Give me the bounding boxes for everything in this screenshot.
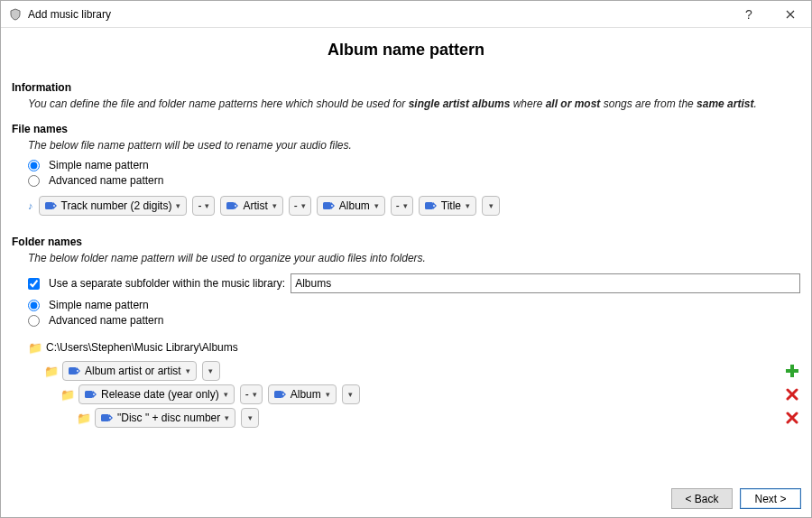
next-button[interactable]: Next > — [740, 488, 801, 509]
add-token-dropdown[interactable]: ▾ — [342, 384, 360, 404]
svg-point-7 — [433, 205, 435, 207]
add-level-button[interactable] — [784, 363, 800, 379]
tree-level-1: 📁 Album artist or artist ▾ ▾ — [28, 359, 800, 383]
info-text-1: You can define the file and folder name … — [28, 97, 409, 110]
back-button[interactable]: < Back — [671, 488, 733, 509]
subfolder-checkbox[interactable] — [28, 278, 40, 290]
chevron-down-icon: ▾ — [489, 201, 494, 210]
folder-icon: 📁 — [60, 388, 73, 402]
token-album[interactable]: Album ▾ — [317, 196, 385, 216]
svg-rect-12 — [85, 391, 93, 398]
file-advanced-pattern-radio[interactable]: Advanced name pattern — [28, 174, 800, 187]
token-album-artist[interactable]: Album artist or artist ▾ — [62, 361, 197, 381]
subfolder-label: Use a separate subfolder within the musi… — [49, 277, 285, 290]
chevron-down-icon: ▾ — [326, 390, 330, 399]
help-button[interactable]: ? — [728, 1, 770, 28]
folder-icon: 📁 — [28, 341, 41, 355]
chevron-down-icon: ▾ — [403, 201, 408, 210]
svg-rect-14 — [274, 391, 282, 398]
tag-icon — [323, 201, 335, 210]
close-button[interactable] — [770, 1, 811, 28]
chevron-down-icon: ▾ — [253, 390, 257, 399]
chevron-down-icon: ▾ — [224, 390, 228, 399]
tag-icon — [226, 201, 238, 210]
subfolder-row: Use a separate subfolder within the musi… — [28, 273, 800, 293]
token-track-number[interactable]: Track number (2 digits) ▾ — [39, 196, 188, 216]
token-label: Release date (year only) — [101, 388, 219, 401]
chevron-down-icon: ▾ — [348, 390, 353, 399]
folder-advanced-label: Advanced name pattern — [49, 314, 163, 327]
file-advanced-radio-input[interactable] — [28, 175, 40, 187]
svg-rect-0 — [45, 202, 53, 209]
tag-icon — [45, 201, 57, 210]
svg-rect-8 — [69, 367, 77, 375]
info-text-2: where — [510, 97, 545, 110]
svg-rect-4 — [323, 202, 331, 209]
token-label: Album — [291, 388, 321, 401]
info-bold-2: all or most — [546, 97, 601, 110]
folder-advanced-pattern-radio[interactable]: Advanced name pattern — [28, 314, 800, 327]
token-title[interactable]: Title ▾ — [419, 196, 476, 216]
folder-simple-pattern-radio[interactable]: Simple name pattern — [28, 299, 800, 311]
footer-buttons: < Back Next > — [671, 488, 801, 509]
token-label: "Disc " + disc number — [117, 412, 220, 424]
file-advanced-label: Advanced name pattern — [49, 174, 163, 187]
separator-label: - — [294, 199, 298, 212]
separator-selector[interactable]: -▾ — [289, 196, 311, 216]
svg-point-1 — [53, 205, 55, 207]
chevron-down-icon: ▾ — [466, 201, 470, 210]
separator-label: - — [198, 199, 201, 212]
token-label: Track number (2 digits) — [61, 199, 172, 212]
token-album-folder[interactable]: Album ▾ — [268, 384, 337, 404]
subfolder-input[interactable] — [291, 273, 800, 293]
add-token-dropdown[interactable]: ▾ — [241, 408, 259, 428]
folder-advanced-radio-input[interactable] — [28, 315, 40, 327]
info-text-4: . — [753, 97, 756, 110]
token-artist[interactable]: Artist ▾ — [220, 196, 282, 216]
folder-simple-radio-input[interactable] — [28, 300, 40, 311]
svg-rect-2 — [226, 202, 235, 209]
chevron-down-icon: ▾ — [208, 366, 213, 375]
folder-names-header: Folder names — [12, 236, 800, 248]
token-label: Album artist or artist — [85, 365, 181, 377]
add-token-dropdown[interactable]: ▾ — [202, 361, 220, 381]
information-header: Information — [12, 81, 800, 94]
token-label: Title — [441, 199, 461, 212]
folder-simple-label: Simple name pattern — [49, 299, 149, 311]
svg-rect-6 — [425, 202, 433, 209]
separator-label: - — [396, 199, 400, 212]
svg-point-15 — [282, 393, 284, 395]
chevron-down-icon: ▾ — [248, 413, 253, 422]
token-label: Artist — [243, 199, 267, 212]
file-simple-pattern-radio[interactable]: Simple name pattern — [28, 159, 800, 171]
chevron-down-icon: ▾ — [186, 366, 190, 375]
file-token-row: ♪ Track number (2 digits) ▾ -▾ Artist ▾ … — [28, 196, 800, 216]
tree-level-3: 📁 "Disc " + disc number ▾ ▾ — [28, 406, 800, 430]
info-bold-3: same artist — [697, 97, 753, 110]
chevron-down-icon: ▾ — [272, 201, 277, 210]
app-icon — [8, 7, 23, 22]
svg-point-9 — [77, 370, 78, 372]
token-disc-number[interactable]: "Disc " + disc number ▾ — [95, 408, 235, 428]
file-simple-label: Simple name pattern — [49, 159, 149, 171]
svg-rect-11 — [786, 369, 798, 373]
chevron-down-icon: ▾ — [225, 413, 229, 422]
chevron-down-icon: ▾ — [301, 201, 306, 210]
separator-label: - — [245, 388, 249, 401]
separator-selector[interactable]: -▾ — [192, 196, 215, 216]
file-simple-radio-input[interactable] — [28, 160, 40, 171]
folder-icon: 📁 — [77, 412, 89, 425]
add-token-dropdown[interactable]: ▾ — [482, 196, 500, 216]
tag-icon — [425, 201, 437, 210]
svg-rect-16 — [101, 414, 109, 421]
remove-level-button[interactable] — [784, 386, 800, 402]
tag-icon — [85, 390, 97, 399]
separator-selector[interactable]: -▾ — [240, 384, 263, 404]
separator-selector[interactable]: -▾ — [391, 196, 413, 216]
remove-level-button[interactable] — [784, 410, 800, 426]
folder-icon: 📁 — [44, 365, 57, 378]
chevron-down-icon: ▾ — [374, 201, 379, 210]
svg-point-13 — [93, 393, 95, 395]
token-release-date[interactable]: Release date (year only) ▾ — [78, 384, 235, 404]
page-title: Album name pattern — [1, 28, 811, 69]
